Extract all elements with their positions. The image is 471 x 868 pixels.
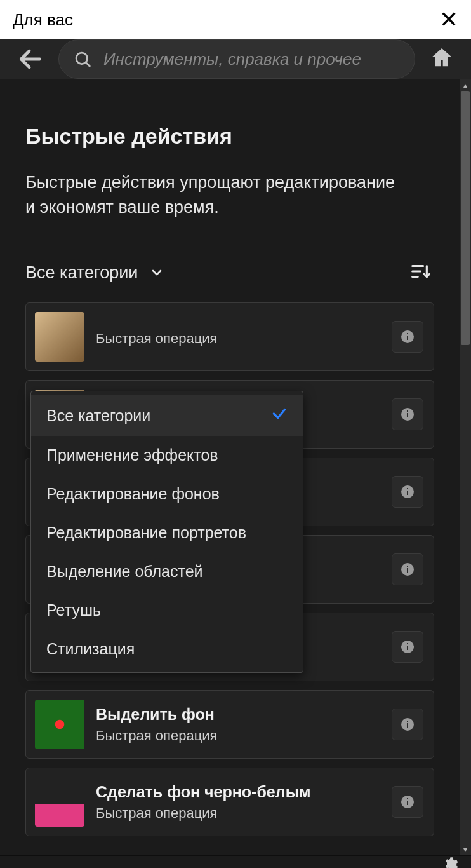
svg-rect-11	[407, 413, 408, 417]
svg-rect-15	[407, 488, 408, 489]
settings-button[interactable]	[442, 856, 458, 868]
sort-icon	[409, 261, 430, 282]
info-icon	[400, 407, 415, 422]
action-title: Сделать фон черно-белым	[96, 783, 380, 801]
svg-rect-8	[407, 336, 408, 340]
action-subtitle: Быстрая операция	[96, 330, 380, 347]
dropdown-option[interactable]: Все категории	[31, 395, 303, 436]
action-thumbnail	[35, 312, 84, 362]
dropdown-option[interactable]: Применение эффектов	[31, 436, 303, 475]
info-button[interactable]	[392, 631, 423, 663]
dropdown-option[interactable]: Ретушь	[31, 591, 303, 630]
category-dropdown-trigger[interactable]: Все категории	[25, 263, 164, 283]
action-subtitle: Быстрая операция	[96, 805, 380, 822]
action-thumbnail	[35, 700, 84, 749]
dropdown-option-label: Редактирование фонов	[46, 485, 220, 503]
search-field[interactable]	[58, 39, 415, 79]
dropdown-option[interactable]: Выделение областей	[31, 552, 303, 591]
info-button[interactable]	[392, 476, 423, 508]
action-subtitle: Быстрая операция	[96, 728, 380, 744]
info-button[interactable]	[392, 786, 423, 818]
info-icon	[400, 639, 415, 654]
svg-line-2	[86, 63, 90, 67]
page-description: Быстрые действия упрощают редактирование…	[25, 170, 406, 220]
action-text: Сделать фон черно-белым Быстрая операция	[96, 783, 380, 822]
toolbar	[0, 39, 471, 79]
svg-rect-9	[407, 333, 408, 334]
info-icon	[400, 562, 415, 577]
quick-action-card[interactable]: Быстрая операция	[25, 302, 434, 371]
dropdown-option[interactable]: Редактирование фонов	[31, 475, 303, 513]
page-heading: Быстрые действия	[25, 124, 434, 149]
svg-rect-14	[407, 491, 408, 495]
action-text: Быстрая операция	[96, 327, 380, 347]
gear-icon	[442, 856, 458, 868]
dropdown-option-label: Стилизация	[46, 640, 135, 658]
category-dropdown-label: Все категории	[25, 263, 138, 283]
app-frame: Быстрые действия Быстрые действия упроща…	[0, 39, 471, 868]
category-dropdown-menu: Все категории Применение эффектов Редакт…	[30, 391, 303, 673]
close-icon[interactable]: ✕	[439, 8, 458, 31]
sort-button[interactable]	[409, 261, 430, 285]
content-wrap: Быстрые действия Быстрые действия упроща…	[0, 79, 471, 855]
dropdown-option-label: Ретушь	[46, 601, 101, 620]
window-title: Для вас	[13, 10, 73, 30]
scroll-up-icon[interactable]: ▴	[463, 79, 467, 91]
quick-action-card[interactable]: Сделать фон черно-белым Быстрая операция	[25, 768, 434, 836]
svg-rect-17	[407, 568, 408, 573]
dropdown-option[interactable]: Стилизация	[31, 630, 303, 668]
info-button[interactable]	[392, 398, 423, 430]
dropdown-option-label: Применение эффектов	[46, 446, 218, 465]
info-icon	[400, 484, 415, 499]
search-input[interactable]	[103, 50, 401, 69]
dropdown-option-label: Выделение областей	[46, 562, 203, 581]
filter-row: Все категории	[25, 261, 434, 285]
dropdown-option-label: Все категории	[46, 407, 150, 425]
svg-rect-26	[407, 801, 408, 805]
svg-rect-20	[407, 646, 408, 650]
scrollbar-thumb[interactable]	[461, 91, 470, 345]
info-icon	[400, 794, 415, 810]
info-button[interactable]	[392, 321, 423, 353]
info-button[interactable]	[392, 709, 423, 740]
info-icon	[400, 329, 415, 344]
svg-rect-21	[407, 643, 408, 644]
info-icon	[400, 717, 415, 732]
vertical-scrollbar[interactable]: ▴ ▾	[460, 79, 471, 855]
content-area: Быстрые действия Быстрые действия упроща…	[0, 79, 460, 855]
window-titlebar: Для вас ✕	[0, 0, 471, 39]
svg-rect-18	[407, 566, 408, 567]
check-icon	[271, 405, 288, 426]
svg-rect-23	[407, 723, 408, 728]
arrow-left-icon	[17, 45, 44, 73]
scrollbar-track[interactable]	[460, 91, 471, 844]
action-title: Выделить фон	[96, 705, 380, 724]
back-button[interactable]	[17, 45, 44, 73]
dropdown-option-label: Редактирование портретов	[46, 524, 246, 542]
action-text: Выделить фон Быстрая операция	[96, 705, 380, 744]
svg-rect-12	[407, 410, 408, 412]
home-icon	[429, 45, 454, 71]
footer	[0, 855, 471, 868]
chevron-down-icon	[149, 265, 164, 280]
info-button[interactable]	[392, 553, 423, 585]
quick-action-card[interactable]: Выделить фон Быстрая операция	[25, 690, 434, 759]
svg-rect-24	[407, 721, 408, 722]
action-thumbnail	[35, 777, 84, 827]
dropdown-option[interactable]: Редактирование портретов	[31, 513, 303, 552]
svg-rect-27	[407, 798, 408, 799]
search-icon	[73, 50, 92, 69]
scroll-down-icon[interactable]: ▾	[463, 844, 467, 855]
home-button[interactable]	[429, 45, 454, 73]
